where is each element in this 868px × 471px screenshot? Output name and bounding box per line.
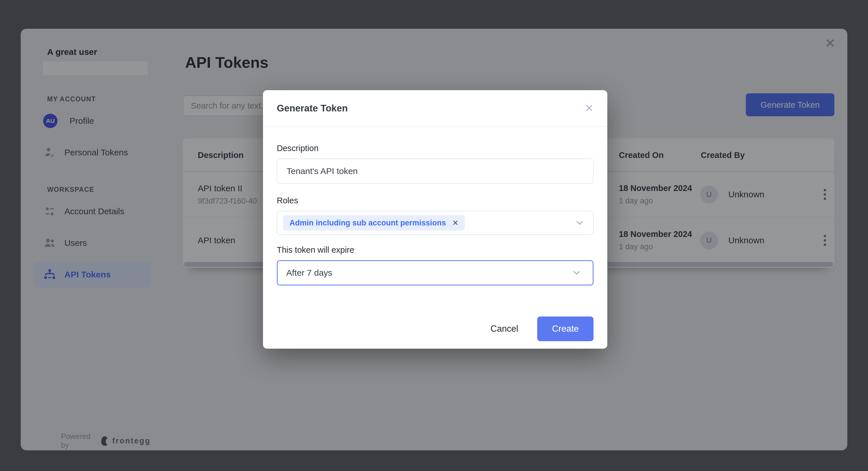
role-chip-label: Admin including sub account permissions [289,218,446,228]
roles-label: Roles [277,196,298,205]
description-field[interactable] [277,159,593,184]
description-label: Description [277,144,318,153]
create-button[interactable]: Create [537,316,593,341]
chevron-down-icon[interactable] [571,268,582,278]
generate-token-modal: Generate Token ✕ Description Roles Admin… [263,90,607,349]
chevron-down-icon[interactable] [575,218,585,228]
roles-multiselect[interactable]: Admin including sub account permissions … [277,211,593,235]
modal-actions: Cancel Create [491,316,594,341]
modal-close-icon[interactable]: ✕ [585,102,593,114]
role-chip: Admin including sub account permissions … [283,215,465,231]
modal-title: Generate Token [277,103,348,114]
expire-label: This token will expire [277,245,354,255]
expire-select[interactable]: After 7 days [277,260,593,285]
modal-header: Generate Token ✕ [263,90,607,127]
expire-select-value: After 7 days [286,268,332,278]
chip-remove-icon[interactable]: ✕ [453,218,459,228]
cancel-button[interactable]: Cancel [491,324,519,334]
